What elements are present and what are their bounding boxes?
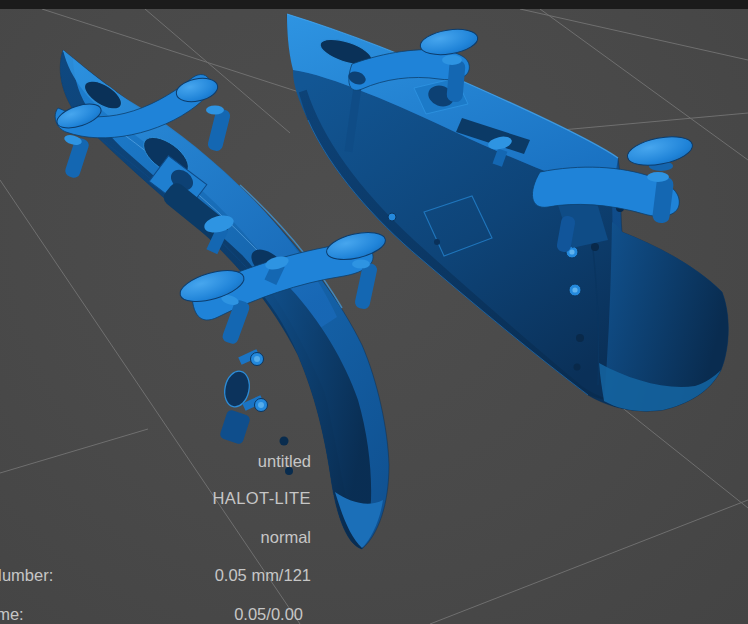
slicer-3d-viewport[interactable]: untitled HALOT-LITE normal Number: 0.05 …: [0, 0, 748, 624]
bolt: [388, 213, 396, 221]
scene-canvas: [0, 0, 748, 624]
support-disc: [625, 132, 695, 170]
top-bar: [0, 0, 748, 9]
